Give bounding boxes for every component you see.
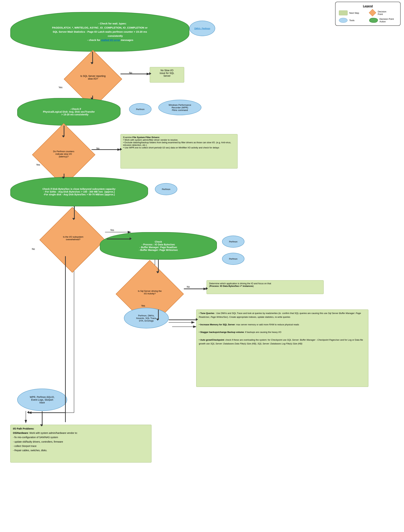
cloud-physical-disk-text: - Check if Physical/Logical Disk: Avg. D… — [43, 108, 95, 116]
tool-wpr2-label: WPR, Perfmon,SQLIO,Event Logs, Storportt… — [30, 396, 55, 404]
arrow-decision1-no — [120, 74, 151, 74]
decision1-label: Is SQL Server reportingslow I/O? — [67, 67, 119, 88]
legend-nextstep-label: Next Step — [349, 12, 359, 14]
arrowhead-cloud3-decision3 — [72, 218, 75, 220]
arrow-wpr2-iopath — [42, 411, 43, 426]
arrowhead-decision4-yes — [156, 319, 159, 321]
decision2-label: Do Perfmon countersindicate slow I/O(lat… — [34, 141, 93, 167]
arrowhead-cloud4-decision4 — [156, 271, 159, 273]
arrow-no-iopath — [17, 411, 34, 425]
arrow-decision3-yes — [107, 239, 131, 239]
io-path-box: I/O Path Problems: OS/Hardware: Work wit… — [10, 425, 151, 462]
decision4-container: Is Sql Server driving theI/O Activity? — [117, 272, 182, 310]
yes-action-box: • Tune Queries : Use DMVs and SQL Trace … — [196, 310, 368, 387]
decision3-no-label: No — [32, 248, 35, 250]
legend-tools-shape — [339, 18, 347, 23]
no-io-app-box: Determine which application is driving t… — [207, 280, 324, 294]
tool-wpr2: WPR, Perfmon,SQLIO,Event Logs, Storportt… — [17, 389, 67, 411]
arrow-decision3-no-vertical — [65, 256, 66, 413]
arrowhead-decision1-no — [149, 72, 151, 75]
arrow-cloud3-decision3 — [74, 206, 75, 219]
no-filter-text: Examine File System Filter Drivers: • Wo… — [123, 136, 235, 149]
arrowhead-tool-action — [196, 318, 198, 321]
arrowhead-decision4-no — [206, 287, 208, 290]
page-container: Legend Next Step DecisionPoint Tools Dec… — [0, 0, 404, 532]
tool-dmvs-perfmon: DMVs, Perfmon — [189, 21, 215, 36]
legend-decision-shape-container — [369, 9, 376, 16]
arrow-decision4-yes — [158, 310, 159, 320]
no-filter-box: Examine File System Filter Drivers: • Wo… — [120, 134, 238, 169]
arrowhead-decision2-cloud3 — [62, 177, 65, 179]
tool-perfmon4: Perfmon — [222, 253, 244, 265]
arrow-decision3-no-bottom — [65, 412, 66, 422]
tool-perfmon1: Perfmon — [129, 103, 151, 115]
io-path-text: I/O Path Problems: OS/Hardware: Work wit… — [13, 427, 149, 453]
arrowhead-wpr2-iopath — [40, 424, 43, 426]
decision2-container: Do Perfmon countersindicate slow I/O(lat… — [34, 136, 93, 174]
decision1-container: Is SQL Server reportingslow I/O? — [64, 62, 122, 96]
cloud-process-io-text: Check - Process : IO Data Bytes/sec - Bu… — [139, 240, 178, 251]
tool-perfmon1-label: Perfmon — [136, 108, 144, 111]
arrowhead-decision3-yes — [130, 237, 132, 240]
cloud-wait-types: - Check for wait_types: PAGEIOLATCH_*, W… — [10, 12, 189, 51]
decision2-yes-label: Yes — [36, 163, 40, 166]
cloud-disk-bytes-text: Check if Disk Bytes/Sec is close to/beyo… — [43, 188, 116, 196]
tool-perfmon-dmvs: Perfmon, DMVs,Xevents, SQL Trace,DTA, Er… — [124, 308, 169, 329]
arrowhead-decision1-cloud2 — [91, 98, 93, 100]
arrow-decision3-no-horizontal — [28, 412, 65, 413]
arrowhead-decision3-no — [27, 411, 29, 414]
no-slow-io-text: No Slow I/Oissue for SQLServer — [160, 69, 174, 77]
cloud-physical-disk: - Check if Physical/Logical Disk: Avg. D… — [17, 98, 120, 126]
arrowhead-cloud2-decision2 — [62, 135, 65, 138]
decision3-label: Is the I/O subsystemoverwhelmed? — [41, 225, 105, 251]
arrow-cloud4-decision4 — [158, 260, 159, 272]
legend-title: Legend — [339, 5, 397, 8]
decision3-yes-label: Yes — [110, 229, 114, 231]
legend-tools-label: Tools — [349, 19, 354, 22]
arrow-decision4-no — [184, 289, 207, 289]
cloud-disk-bytes: Check if Disk Bytes/Sec is close to/beyo… — [10, 177, 148, 206]
tool-perfmon2: Perfmon — [155, 183, 177, 195]
tool-perfmon3: Perfmon — [222, 235, 244, 248]
legend-item-action: Decision PointAction — [369, 18, 397, 23]
tool-wpr-label: Windows PerformanceRecorder (WPR)Fltmc c… — [169, 104, 191, 111]
legend-action-shape — [369, 18, 378, 23]
no-slow-io-box: No Slow I/Oissue for SQLServer — [150, 67, 184, 82]
legend-item-decision: DecisionPoint — [369, 9, 397, 16]
cloud-wait-types-text: - Check for wait_types: PAGEIOLATCH_*, W… — [52, 21, 148, 42]
arrow-decision2-no — [92, 149, 121, 150]
legend-decision-label: DecisionPoint — [378, 10, 386, 15]
legend-action-label: Decision PointAction — [379, 18, 394, 23]
arrowhead-cloud1-decision1 — [91, 62, 93, 64]
decision4-yes-label: Yes — [141, 304, 145, 307]
arrow-cloud1-decision1 — [92, 51, 93, 64]
decision4-no-label: No — [187, 285, 190, 288]
legend-nextstep-shape — [339, 11, 347, 15]
tool-dmvs-label: DMVs, Perfmon — [194, 27, 210, 30]
tool-wpr: Windows PerformanceRecorder (WPR)Fltmc c… — [158, 100, 201, 115]
tool-perfmon2-label: Perfmon — [162, 188, 170, 190]
legend-box: Legend Next Step DecisionPoint Tools Dec… — [335, 2, 401, 26]
tool-perfmon-dmvs-label: Perfmon, DMVs,Xevents, SQL Trace,DTA, Er… — [136, 314, 156, 322]
legend-decision-diamond — [369, 9, 376, 16]
tool-perfmon3-label: Perfmon — [229, 240, 237, 243]
decision1-yes-label: Yes — [59, 86, 63, 89]
decision3-container: Is the I/O subsystemoverwhelmed? — [39, 218, 105, 256]
decision4-label: Is Sql Server driving theI/O Activity? — [117, 279, 182, 305]
arrow-cloud2-decision2 — [64, 126, 64, 137]
no-io-app-text: Determine which application is driving t… — [209, 282, 321, 287]
yes-action-text: • Tune Queries : Use DMVs and SQL Trace … — [199, 311, 366, 346]
tool-perfmon4-label: Perfmon — [229, 258, 237, 260]
cloud-process-io: Check - Process : IO Data Bytes/sec - Bu… — [100, 232, 217, 260]
legend-items: Next Step DecisionPoint Tools Decision P… — [339, 9, 397, 23]
arrowhead-decision2-no — [120, 148, 122, 151]
arrow-tool-action — [169, 319, 197, 320]
legend-item-tools: Tools — [339, 18, 367, 23]
legend-item-nextstep: Next Step — [339, 11, 367, 15]
